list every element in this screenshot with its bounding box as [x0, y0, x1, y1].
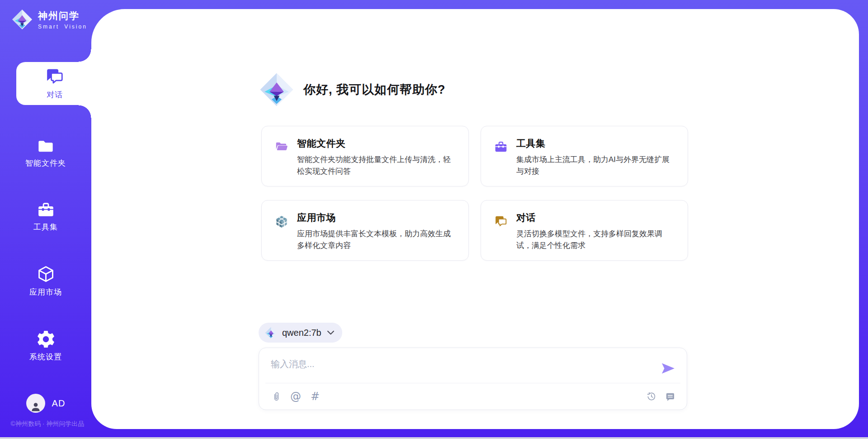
toolbox-icon [38, 202, 54, 218]
cube-icon [38, 265, 54, 283]
sidebar-item-smart-folder[interactable]: 智能文件夹 [0, 138, 91, 168]
sidebar-item-app-market[interactable]: 应用市场 [0, 265, 91, 297]
composer-actions [646, 390, 676, 403]
app-window: 你好, 我可以如何帮助你? 智能文件夹 智能文件夹功能支持批量文件上传与清洗，轻… [0, 0, 868, 439]
sidebar-item-label: 系统设置 [29, 352, 62, 362]
sidebar-item-label: 对话 [47, 90, 63, 100]
folder-open-icon [275, 141, 288, 152]
card-body: 智能文件夹 智能文件夹功能支持批量文件上传与清洗，轻松实现文件问答 [297, 137, 456, 177]
card-title: 应用市场 [297, 211, 456, 224]
grid-cube-icon [275, 215, 288, 228]
card-toolset[interactable]: 工具集 集成市场上主流工具，助力AI与外界无缝扩展与对接 [481, 126, 688, 186]
welcome-hero: 你好, 我可以如何帮助你? [259, 72, 446, 107]
send-button[interactable] [660, 361, 677, 376]
brand-diamond-icon [265, 327, 277, 339]
model-selector[interactable]: qwen2:7b [259, 323, 342, 343]
card-body: 应用市场 应用市场提供丰富长文本模板，助力高效生成多样化文章内容 [297, 211, 456, 251]
sidebar-item-settings[interactable]: 系统设置 [0, 331, 91, 362]
feature-card-grid: 智能文件夹 智能文件夹功能支持批量文件上传与清洗，轻松实现文件问答 工具集 集成… [261, 126, 688, 261]
card-body: 工具集 集成市场上主流工具，助力AI与外界无缝扩展与对接 [516, 137, 675, 177]
composer-divider [265, 383, 680, 383]
message-composer: @ # [259, 348, 687, 410]
chat-icon [46, 67, 64, 86]
bottom-edge-strip [0, 437, 868, 439]
user-avatar-icon [29, 400, 42, 413]
brand[interactable]: 神州问学 Smart Vision [12, 9, 87, 30]
folder-icon [37, 138, 54, 154]
card-desc: 智能文件夹功能支持批量文件上传与清洗，轻松实现文件问答 [297, 154, 456, 177]
tab-fillet-top [79, 49, 91, 62]
card-desc: 集成市场上主流工具，助力AI与外界无缝扩展与对接 [516, 154, 675, 177]
brand-diamond-icon [12, 9, 33, 30]
avatar [26, 394, 45, 413]
message-input[interactable] [271, 356, 642, 372]
gear-icon [38, 331, 54, 348]
card-desc: 应用市场提供丰富长文本模板，助力高效生成多样化文章内容 [297, 228, 456, 251]
brand-text: 神州问学 Smart Vision [38, 10, 87, 30]
tab-fillet-bottom [79, 105, 91, 118]
mention-icon[interactable]: @ [290, 390, 302, 403]
card-title: 对话 [516, 211, 675, 224]
card-title: 智能文件夹 [297, 137, 456, 150]
chat-icon [495, 215, 507, 228]
chevron-down-icon [327, 330, 334, 335]
card-title: 工具集 [516, 137, 675, 150]
card-smart-folder[interactable]: 智能文件夹 智能文件夹功能支持批量文件上传与清洗，轻松实现文件问答 [261, 126, 469, 186]
user-name: AD [52, 398, 66, 409]
sidebar-item-label: 智能文件夹 [25, 158, 66, 168]
brand-name: 神州问学 [38, 10, 87, 22]
sidebar-item-label: 工具集 [33, 222, 58, 232]
brand-diamond-icon [259, 72, 294, 107]
sidebar-item-chat[interactable]: 对话 [16, 62, 93, 105]
toolbox-icon [495, 141, 507, 153]
main-content-panel: 你好, 我可以如何帮助你? 智能文件夹 智能文件夹功能支持批量文件上传与清洗，轻… [91, 9, 859, 429]
history-icon[interactable] [646, 390, 657, 403]
greeting-text: 你好, 我可以如何帮助你? [303, 81, 446, 98]
user-profile[interactable]: AD [0, 394, 91, 413]
send-icon [660, 361, 676, 376]
model-name: qwen2:7b [282, 328, 321, 338]
attachment-icon[interactable] [270, 390, 282, 403]
hashtag-icon[interactable]: # [309, 390, 321, 403]
card-chat[interactable]: 对话 灵活切换多模型文件，支持多样回复效果调试，满足个性化需求 [481, 200, 688, 261]
card-desc: 灵活切换多模型文件，支持多样回复效果调试，满足个性化需求 [516, 228, 675, 251]
sidebar-item-toolset[interactable]: 工具集 [0, 202, 91, 232]
brand-subtitle: Smart Vision [38, 24, 87, 30]
conversation-icon[interactable] [664, 390, 676, 403]
card-app-market[interactable]: 应用市场 应用市场提供丰富长文本模板，助力高效生成多样化文章内容 [261, 200, 469, 261]
sidebar-item-label: 应用市场 [29, 287, 62, 297]
card-body: 对话 灵活切换多模型文件，支持多样回复效果调试，满足个性化需求 [516, 211, 675, 251]
composer-tools: @ # [270, 390, 321, 403]
copyright-text: ©神州数码 · 神州问学出品 [0, 420, 95, 428]
